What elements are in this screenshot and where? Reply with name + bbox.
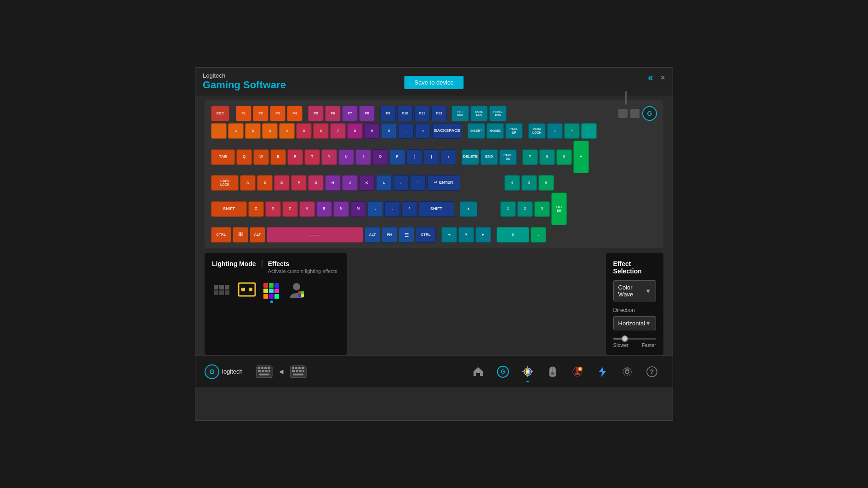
key-num3[interactable]: 3 bbox=[534, 201, 550, 217]
key-home[interactable]: HOME bbox=[486, 123, 504, 139]
key-m[interactable]: M bbox=[350, 201, 366, 217]
key-p[interactable]: P bbox=[389, 149, 405, 165]
key-f12[interactable]: F12 bbox=[431, 106, 447, 121]
key-k[interactable]: K bbox=[359, 175, 375, 191]
key-f4[interactable]: F4 bbox=[287, 106, 303, 121]
key-num-enter[interactable]: ENTER bbox=[551, 193, 567, 225]
key-o[interactable]: O bbox=[372, 149, 388, 165]
key-left[interactable]: ◄ bbox=[441, 227, 457, 243]
key-win[interactable]: ⊞ bbox=[233, 227, 248, 243]
key-num-star[interactable]: * bbox=[564, 123, 580, 139]
key-comma[interactable]: , bbox=[367, 201, 383, 217]
key-g[interactable]: G bbox=[308, 175, 324, 191]
key-y[interactable]: Y bbox=[321, 149, 337, 165]
key-menu[interactable]: ☰ bbox=[399, 227, 414, 243]
nav-help-button[interactable]: ? bbox=[640, 360, 663, 383]
key-1[interactable]: 1 bbox=[228, 123, 244, 139]
key-f10[interactable]: F10 bbox=[397, 106, 413, 121]
key-numlock[interactable]: NUMLOCK bbox=[528, 123, 546, 139]
key-v[interactable]: V bbox=[299, 201, 315, 217]
nav-profile-button[interactable]: G bbox=[566, 360, 589, 383]
lighting-icon-effects[interactable] bbox=[262, 281, 282, 301]
nav-arrow-icon[interactable]: ◄ bbox=[278, 368, 285, 376]
close-button[interactable]: × bbox=[660, 74, 665, 82]
key-6[interactable]: 6 bbox=[313, 123, 329, 139]
key-capslock[interactable]: CAPSLOCK bbox=[211, 175, 239, 191]
key-scrlk[interactable]: SCRLLCK bbox=[470, 106, 488, 121]
key-f9[interactable]: F9 bbox=[380, 106, 396, 121]
nav-lightning-button[interactable] bbox=[591, 360, 614, 383]
key-f1[interactable]: F1 bbox=[236, 106, 251, 121]
key-alt-l[interactable]: ALT bbox=[250, 227, 265, 243]
key-backslash[interactable]: \ bbox=[440, 149, 456, 165]
key-enter[interactable]: ↵ ENTER bbox=[427, 175, 460, 191]
key-f2[interactable]: F2 bbox=[253, 106, 268, 121]
key-9[interactable]: 9 bbox=[364, 123, 380, 139]
key-q[interactable]: Q bbox=[236, 149, 252, 165]
key-f8[interactable]: F8 bbox=[359, 106, 375, 121]
key-n[interactable]: N bbox=[333, 201, 349, 217]
key-semicolon[interactable]: ; bbox=[393, 175, 409, 191]
key-num-minus[interactable]: - bbox=[581, 123, 597, 139]
key-2[interactable]: 2 bbox=[245, 123, 261, 139]
key-backspace[interactable]: BACKSPACE bbox=[432, 123, 462, 139]
key-esc[interactable]: ESC bbox=[211, 106, 229, 121]
key-f11[interactable]: F11 bbox=[414, 106, 430, 121]
key-num1[interactable]: 1 bbox=[500, 201, 516, 217]
key-pgdn[interactable]: PAGEDN bbox=[499, 149, 517, 165]
key-d[interactable]: D bbox=[274, 175, 290, 191]
key-slash[interactable]: / bbox=[401, 201, 417, 217]
key-8[interactable]: 8 bbox=[347, 123, 363, 139]
lighting-icon-off[interactable] bbox=[212, 281, 232, 301]
key-prtsc[interactable]: PRTSCR bbox=[451, 106, 469, 121]
key-num9[interactable]: 9 bbox=[556, 149, 572, 165]
nav-lighting-button[interactable] bbox=[516, 360, 539, 383]
key-pause[interactable]: PAUSEBRK bbox=[489, 106, 507, 121]
effect-type-dropdown[interactable]: Color Wave ▼ bbox=[613, 280, 656, 301]
nav-mouse-button[interactable] bbox=[541, 360, 564, 383]
lighting-icon-per-key[interactable] bbox=[286, 281, 307, 301]
key-3[interactable]: 3 bbox=[262, 123, 278, 139]
key-delete[interactable]: DELETE bbox=[462, 149, 479, 165]
key-shift-r[interactable]: SHIFT bbox=[418, 201, 454, 217]
key-a[interactable]: A bbox=[240, 175, 256, 191]
key-i[interactable]: I bbox=[355, 149, 371, 165]
key-num5[interactable]: 5 bbox=[521, 175, 537, 191]
key-down[interactable]: ▼ bbox=[458, 227, 474, 243]
key-e[interactable]: E bbox=[270, 149, 286, 165]
key-equals[interactable]: = bbox=[415, 123, 431, 139]
key-w[interactable]: W bbox=[253, 149, 269, 165]
key-h[interactable]: H bbox=[325, 175, 341, 191]
key-z[interactable]: Z bbox=[248, 201, 264, 217]
key-num8[interactable]: 8 bbox=[539, 149, 555, 165]
key-pgup[interactable]: PAGEUP bbox=[505, 123, 523, 139]
key-end[interactable]: END bbox=[480, 149, 498, 165]
key-ctrl-r[interactable]: CTRL bbox=[416, 227, 436, 243]
direction-dropdown[interactable]: Horizontal ▼ bbox=[613, 316, 656, 330]
nav-settings-button[interactable] bbox=[616, 360, 639, 383]
key-num-slash[interactable]: / bbox=[547, 123, 563, 139]
key-c[interactable]: C bbox=[282, 201, 298, 217]
back-button[interactable]: « bbox=[648, 72, 653, 83]
key-rbracket[interactable]: ] bbox=[423, 149, 439, 165]
key-right[interactable]: ► bbox=[475, 227, 491, 243]
key-f[interactable]: F bbox=[291, 175, 307, 191]
key-5[interactable]: 5 bbox=[296, 123, 312, 139]
key-insert[interactable]: INSERT bbox=[468, 123, 485, 139]
nav-g-button[interactable]: G bbox=[491, 360, 514, 383]
key-x[interactable]: X bbox=[265, 201, 281, 217]
key-l[interactable]: L bbox=[376, 175, 392, 191]
key-alt-r[interactable]: ALT bbox=[365, 227, 380, 243]
key-u[interactable]: U bbox=[338, 149, 354, 165]
key-num7[interactable]: 7 bbox=[522, 149, 538, 165]
lighting-icon-frame[interactable] bbox=[237, 281, 257, 301]
speed-thumb[interactable] bbox=[622, 335, 628, 342]
key-ctrl-l[interactable]: CTRL bbox=[211, 227, 231, 243]
save-to-device-button[interactable]: Save to device bbox=[404, 76, 463, 89]
key-num4[interactable]: 4 bbox=[504, 175, 520, 191]
nav-home-button[interactable] bbox=[467, 360, 490, 383]
key-num6[interactable]: 6 bbox=[538, 175, 554, 191]
key-period[interactable]: . bbox=[384, 201, 400, 217]
key-num-plus[interactable]: + bbox=[573, 141, 589, 173]
key-j[interactable]: J bbox=[342, 175, 358, 191]
